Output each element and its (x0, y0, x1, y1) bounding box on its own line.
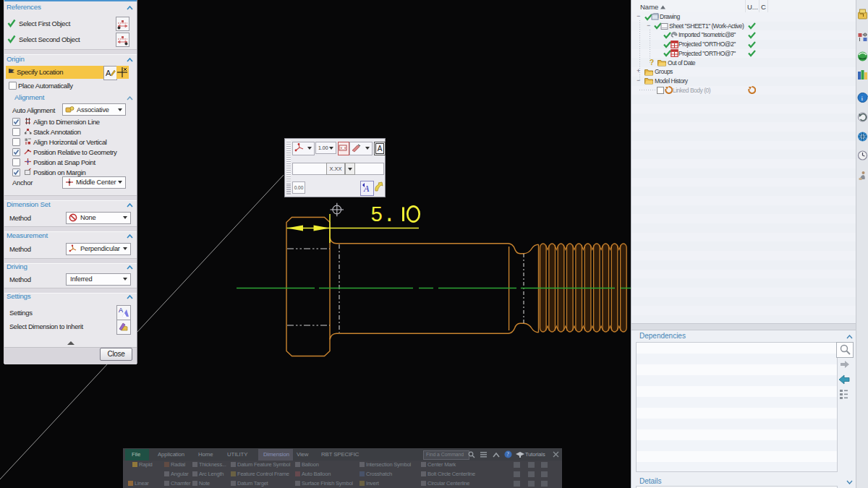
svg-text:X.X: X.X (340, 146, 346, 150)
svg-text:5.: 5. (370, 204, 396, 228)
svg-text:A: A (119, 307, 123, 314)
svg-text:A: A (106, 69, 111, 77)
svg-text:?: ? (506, 451, 509, 458)
